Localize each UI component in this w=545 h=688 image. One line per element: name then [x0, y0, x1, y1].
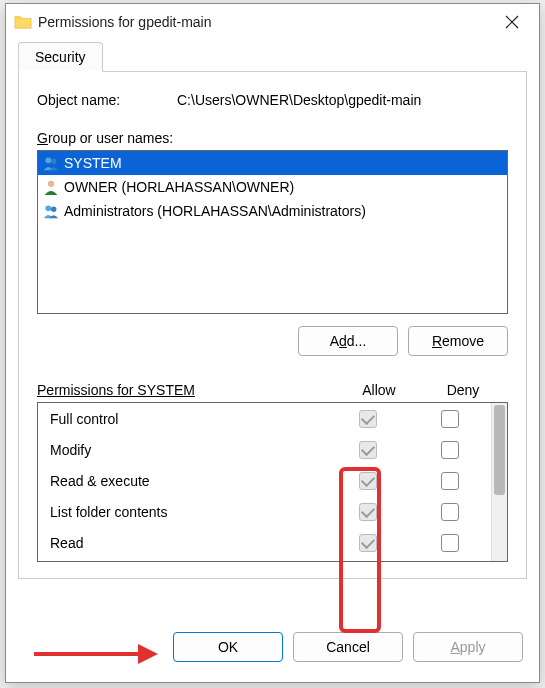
deny-checkbox[interactable]: [441, 503, 459, 521]
permissions-dialog: Permissions for gpedit-main Security Obj…: [5, 3, 540, 683]
object-name-row: Object name: C:\Users\OWNER\Desktop\gped…: [37, 92, 508, 108]
list-item[interactable]: Administrators (HORLAHASSAN\Administrato…: [38, 199, 507, 223]
user-name: SYSTEM: [64, 155, 122, 171]
permissions-list: Full controlModifyRead & executeList fol…: [38, 403, 491, 561]
object-name-label: Object name:: [37, 92, 177, 108]
allow-column-header: Allow: [337, 382, 421, 398]
permission-row: Full control: [38, 403, 491, 434]
user-name: OWNER (HORLAHASSAN\OWNER): [64, 179, 294, 195]
svg-point-4: [48, 181, 54, 187]
svg-point-5: [45, 205, 51, 211]
allow-checkbox[interactable]: [359, 534, 377, 552]
add-button[interactable]: Add...: [298, 326, 398, 356]
allow-checkbox[interactable]: [359, 410, 377, 428]
cancel-button[interactable]: Cancel: [293, 632, 403, 662]
object-name-value: C:\Users\OWNER\Desktop\gpedit-main: [177, 92, 421, 108]
permission-name: Full control: [50, 411, 327, 427]
permission-row: Read & execute: [38, 465, 491, 496]
permissions-header: Permissions for SYSTEM Allow Deny: [37, 382, 508, 398]
user-icon: [42, 178, 60, 196]
permission-row: Modify: [38, 434, 491, 465]
allow-checkbox[interactable]: [359, 472, 377, 490]
list-item[interactable]: OWNER (HORLAHASSAN\OWNER): [38, 175, 507, 199]
deny-checkbox[interactable]: [441, 472, 459, 490]
group-user-names-label: Group or user names:: [37, 130, 508, 146]
allow-checkbox[interactable]: [359, 441, 377, 459]
allow-checkbox[interactable]: [359, 503, 377, 521]
tab-security[interactable]: Security: [18, 42, 103, 72]
dialog-body: Security Object name: C:\Users\OWNER\Des…: [6, 40, 539, 616]
permission-row: List folder contents: [38, 496, 491, 527]
scrollbar-thumb[interactable]: [494, 405, 505, 495]
permissions-title: Permissions for SYSTEM: [37, 382, 337, 398]
scrollbar[interactable]: [491, 403, 507, 561]
permission-name: List folder contents: [50, 504, 327, 520]
titlebar: Permissions for gpedit-main: [6, 4, 539, 40]
svg-point-3: [51, 159, 56, 164]
group-icon: [42, 154, 60, 172]
close-button[interactable]: [493, 7, 531, 37]
folder-icon: [14, 14, 32, 30]
svg-point-6: [51, 207, 56, 212]
permission-name: Modify: [50, 442, 327, 458]
window-title: Permissions for gpedit-main: [38, 14, 493, 30]
permission-name: Read & execute: [50, 473, 327, 489]
user-button-row: Add... Remove: [37, 326, 508, 356]
security-tab-content: Object name: C:\Users\OWNER\Desktop\gped…: [18, 72, 527, 579]
permissions-list-wrap: Full controlModifyRead & executeList fol…: [37, 402, 508, 562]
deny-column-header: Deny: [421, 382, 505, 398]
permission-row: Read: [38, 527, 491, 558]
svg-point-2: [45, 157, 51, 163]
ok-button[interactable]: OK: [173, 632, 283, 662]
deny-checkbox[interactable]: [441, 410, 459, 428]
permission-name: Read: [50, 535, 327, 551]
tab-strip: Security: [18, 42, 527, 72]
dialog-button-bar: OK Cancel Apply: [6, 616, 539, 682]
remove-button[interactable]: Remove: [408, 326, 508, 356]
user-listbox[interactable]: SYSTEMOWNER (HORLAHASSAN\OWNER)Administr…: [37, 150, 508, 314]
apply-button[interactable]: Apply: [413, 632, 523, 662]
list-item[interactable]: SYSTEM: [38, 151, 507, 175]
deny-checkbox[interactable]: [441, 534, 459, 552]
user-name: Administrators (HORLAHASSAN\Administrato…: [64, 203, 366, 219]
deny-checkbox[interactable]: [441, 441, 459, 459]
group-icon: [42, 202, 60, 220]
